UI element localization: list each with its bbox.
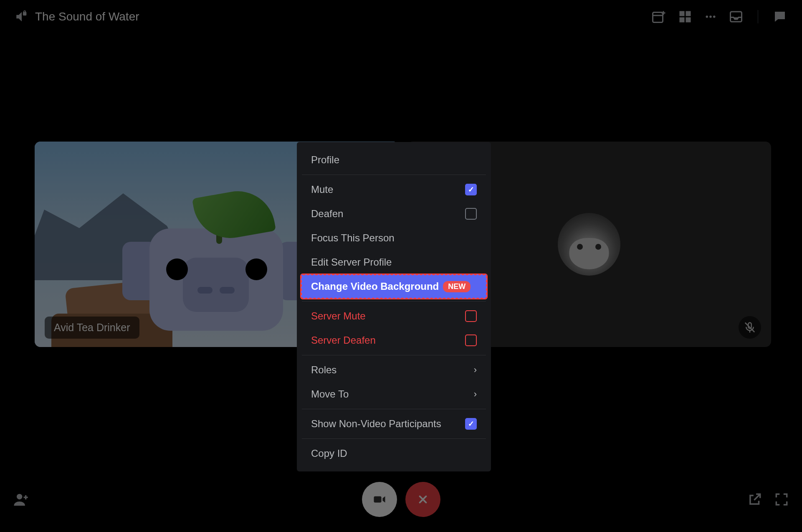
menu-label: Copy ID (311, 448, 347, 459)
menu-label: Edit Server Profile (311, 256, 392, 268)
menu-server-deafen[interactable]: Server Deafen (301, 328, 487, 352)
menu-separator (302, 355, 486, 355)
menu-label: Focus This Person (311, 232, 395, 244)
menu-label: Show Non-Video Participants (311, 418, 441, 430)
menu-label: Server Deafen (311, 334, 376, 346)
menu-label: Profile (311, 154, 339, 166)
menu-move-to[interactable]: Move To › (301, 382, 487, 406)
chevron-right-icon: › (474, 365, 477, 375)
menu-separator (302, 301, 486, 301)
menu-label: Move To (311, 388, 349, 400)
menu-label: Server Mute (311, 310, 366, 322)
checkbox-icon[interactable] (465, 310, 477, 322)
menu-change-video-background[interactable]: Change Video Background NEW (301, 274, 487, 299)
menu-deafen[interactable]: Deafen (301, 202, 487, 226)
menu-label-wrap: Change Video Background NEW (311, 281, 471, 292)
menu-edit-server-profile[interactable]: Edit Server Profile (301, 250, 487, 274)
checkbox-icon[interactable] (465, 334, 477, 346)
menu-profile[interactable]: Profile (301, 148, 487, 172)
menu-label: Mute (311, 184, 333, 195)
user-context-menu: Profile Mute Deafen Focus This Person Ed… (297, 142, 491, 471)
menu-roles[interactable]: Roles › (301, 358, 487, 382)
menu-label: Change Video Background (311, 281, 439, 292)
menu-separator (302, 438, 486, 439)
menu-label: Roles (311, 364, 336, 376)
new-badge: NEW (443, 281, 471, 292)
menu-copy-id[interactable]: Copy ID (301, 441, 487, 466)
checkbox-icon[interactable] (465, 184, 477, 195)
menu-separator (302, 175, 486, 175)
menu-separator (302, 409, 486, 409)
menu-focus-person[interactable]: Focus This Person (301, 226, 487, 250)
menu-mute[interactable]: Mute (301, 177, 487, 202)
menu-server-mute[interactable]: Server Mute (301, 304, 487, 328)
menu-label: Deafen (311, 208, 343, 220)
chevron-right-icon: › (474, 389, 477, 400)
checkbox-icon[interactable] (465, 418, 477, 430)
menu-show-non-video[interactable]: Show Non-Video Participants (301, 412, 487, 436)
checkbox-icon[interactable] (465, 208, 477, 220)
